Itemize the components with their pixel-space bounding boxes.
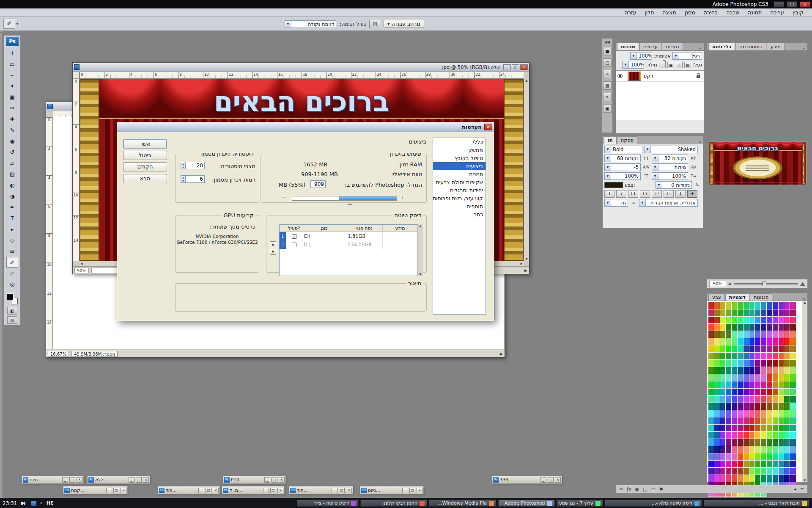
color-swatch[interactable] — [720, 432, 726, 439]
color-swatch[interactable] — [790, 324, 796, 331]
eyedropper-tool[interactable]: ✐ — [6, 257, 18, 268]
color-swatch[interactable] — [779, 353, 785, 360]
color-swatch[interactable] — [714, 331, 720, 338]
color-swatch[interactable] — [738, 468, 743, 475]
color-swatch[interactable] — [726, 317, 732, 324]
color-swatch[interactable] — [790, 331, 796, 338]
color-swatch[interactable] — [755, 338, 761, 345]
color-swatch[interactable] — [773, 317, 779, 324]
color-swatch[interactable] — [732, 367, 738, 374]
vertical-scale-select[interactable]: ▼ 100% — [604, 172, 641, 180]
color-swatch[interactable] — [743, 360, 749, 367]
color-swatch[interactable] — [755, 302, 761, 309]
color-swatch[interactable] — [714, 432, 720, 439]
minimized-close-button[interactable]: × — [121, 488, 126, 493]
type-style-button-5[interactable]: T₁ — [664, 190, 674, 198]
color-swatch[interactable] — [773, 374, 779, 381]
color-swatch[interactable] — [743, 309, 749, 317]
color-swatch[interactable] — [738, 403, 743, 410]
color-swatch[interactable] — [726, 403, 732, 410]
zoom-level[interactable]: 16.67% — [48, 351, 69, 357]
minimized-document-2[interactable]: PsP10..._□× — [223, 475, 286, 484]
tab-0[interactable]: כלי ניווט — [708, 43, 735, 50]
dialog-titlebar[interactable]: העדפות × — [117, 122, 494, 132]
color-swatch[interactable] — [755, 468, 761, 475]
color-swatch[interactable] — [790, 389, 796, 396]
color-swatch[interactable] — [767, 453, 773, 461]
color-swatch[interactable] — [749, 432, 755, 439]
color-swatch[interactable] — [720, 367, 726, 374]
font-style-select[interactable]: ▼ Bold — [604, 146, 642, 153]
color-swatch[interactable] — [720, 461, 726, 468]
color-swatch[interactable] — [779, 389, 785, 396]
color-swatch[interactable] — [720, 309, 726, 317]
color-swatch[interactable] — [773, 331, 779, 338]
minimized-document-6[interactable]: Psמ. ל..._□× — [222, 486, 285, 494]
color-swatch[interactable] — [779, 468, 785, 475]
color-swatch[interactable] — [708, 345, 714, 353]
color-swatch[interactable] — [749, 410, 755, 417]
tracking-select[interactable]: ▼ -5 — [604, 163, 641, 171]
color-swatch[interactable] — [708, 475, 714, 482]
color-swatch[interactable] — [732, 345, 738, 353]
color-swatch[interactable] — [790, 338, 796, 345]
scratch-table-scrollbar[interactable]: ▲▼ — [417, 224, 423, 276]
zoom-slider[interactable] — [734, 283, 798, 284]
brush-tool[interactable]: ✎ — [6, 125, 18, 135]
healing-brush-tool[interactable]: ✚ — [6, 114, 18, 124]
color-swatch[interactable] — [714, 345, 720, 353]
cancel-button[interactable]: ביטול — [123, 151, 167, 160]
color-swatch[interactable] — [767, 381, 773, 389]
color-swatch[interactable] — [784, 417, 790, 425]
minimized-minimize-button[interactable]: _ — [106, 488, 112, 493]
dock-panel-icon-2[interactable]: ✑ — [603, 70, 612, 78]
document1-titlebar[interactable]: שלט.jpg @ 50% (RGB/8) _ □ × — [73, 63, 529, 72]
kerning-select[interactable]: ▼ מידות — [652, 163, 688, 171]
minimized-minimize-button[interactable]: _ — [62, 477, 68, 483]
color-swatch[interactable] — [773, 410, 779, 417]
color-swatch[interactable] — [732, 302, 738, 309]
color-swatch[interactable] — [708, 302, 714, 309]
color-swatch[interactable] — [743, 461, 749, 468]
color-swatch[interactable] — [732, 410, 738, 417]
color-swatch[interactable] — [784, 302, 790, 309]
doc-restore-button[interactable]: □ — [512, 64, 519, 70]
color-swatch[interactable] — [784, 374, 790, 381]
tab-2[interactable]: סגנונות — [750, 293, 772, 301]
color-swatch[interactable] — [732, 389, 738, 396]
notes-tool[interactable]: ✉ — [6, 246, 18, 257]
minimized-close-button[interactable]: × — [143, 477, 149, 483]
blend-mode-select[interactable]: ▼ רגיל — [672, 52, 702, 60]
color-swatch[interactable] — [738, 360, 743, 367]
color-swatch[interactable] — [773, 381, 779, 389]
color-swatch[interactable] — [732, 439, 738, 446]
color-swatch[interactable] — [720, 417, 726, 425]
panel-strip-icon-r1[interactable]: ≡ — [800, 486, 804, 492]
color-swatch[interactable] — [784, 461, 790, 468]
color-swatch[interactable] — [726, 381, 732, 389]
scratch-active-checkbox[interactable] — [292, 243, 296, 247]
color-swatch[interactable] — [749, 317, 755, 324]
tab-0[interactable]: צבע — [708, 293, 725, 301]
color-swatch[interactable] — [708, 453, 714, 461]
color-swatch[interactable] — [732, 417, 738, 425]
screen-mode-button[interactable]: ▥ — [7, 316, 17, 324]
color-swatch[interactable] — [755, 389, 761, 396]
color-swatch[interactable] — [732, 475, 738, 482]
menu-item-2[interactable]: תמונה — [743, 9, 766, 16]
color-swatch[interactable] — [726, 417, 732, 425]
color-swatch[interactable] — [790, 439, 796, 446]
color-swatch[interactable] — [743, 425, 749, 432]
color-swatch[interactable] — [743, 353, 749, 360]
color-swatch[interactable] — [738, 353, 743, 360]
leading-select[interactable]: ▼ 32 נקודות — [652, 155, 688, 162]
color-swatch[interactable] — [790, 381, 796, 389]
color-swatch[interactable] — [732, 331, 738, 338]
visibility-toggle[interactable] — [616, 71, 625, 82]
minimized-document-0[interactable]: Psסיום..._□× — [22, 475, 84, 484]
color-swatch[interactable] — [708, 317, 714, 324]
color-swatch[interactable] — [767, 353, 773, 360]
color-swatch[interactable] — [784, 468, 790, 475]
color-swatch[interactable] — [761, 338, 767, 345]
color-swatch[interactable] — [761, 425, 767, 432]
